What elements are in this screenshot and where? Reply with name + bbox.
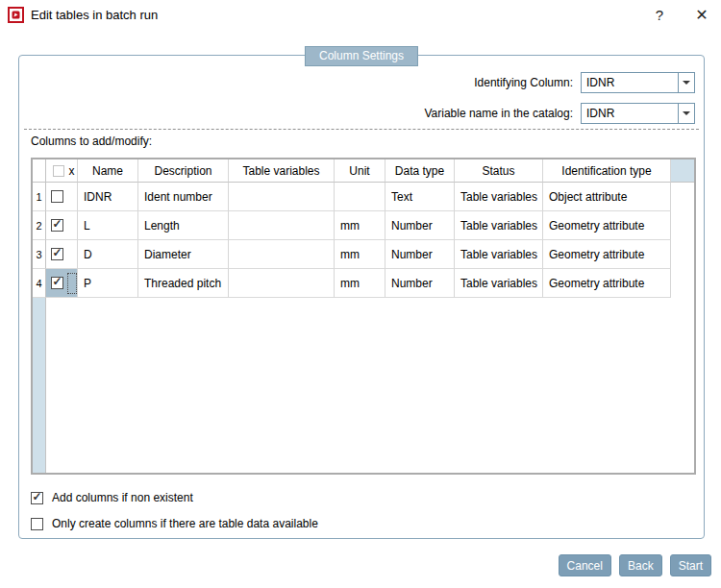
option-only-create: Only create columns if there are table d…	[31, 516, 318, 531]
cell-name[interactable]: P	[78, 269, 138, 298]
header-cell-table-variables[interactable]: Table variables	[229, 159, 335, 183]
header-cell-unit[interactable]: Unit	[335, 159, 385, 183]
cell-status[interactable]: Table variables	[455, 269, 543, 298]
chevron-down-icon[interactable]	[678, 104, 694, 123]
table-row: 1 IDNR Ident number Text Table variables…	[33, 183, 694, 211]
cell-table-variables[interactable]	[229, 269, 335, 298]
identifying-column-value: IDNR	[582, 73, 678, 92]
row-checkbox[interactable]	[51, 190, 63, 203]
cell-unit[interactable]: mm	[335, 240, 385, 269]
header-cell-check[interactable]: x	[46, 159, 78, 183]
catalog-variable-value: IDNR	[582, 104, 678, 123]
row-checkbox[interactable]	[51, 248, 63, 260]
option-label: Only create columns if there are table d…	[52, 517, 318, 530]
cell-check[interactable]	[46, 240, 78, 269]
cell-name[interactable]: D	[78, 240, 138, 269]
row-number[interactable]: 4	[33, 269, 46, 298]
cell-check[interactable]	[46, 269, 78, 298]
row-number[interactable]: 2	[33, 211, 46, 240]
help-button[interactable]: ?	[650, 5, 669, 26]
close-button[interactable]: ✕	[690, 4, 713, 27]
window-title: Edit tables in batch run	[31, 8, 158, 22]
header-cell-status[interactable]: Status	[455, 159, 543, 183]
identifying-column-row: Identifying Column: IDNR	[474, 72, 695, 93]
cell-focus-indicator	[67, 273, 77, 294]
option-checkbox[interactable]	[31, 492, 43, 504]
cell-unit[interactable]: mm	[335, 211, 385, 240]
header-filler-cell	[671, 159, 694, 183]
cell-check[interactable]	[46, 211, 78, 240]
header-cell-identification-type[interactable]: Identification type	[543, 159, 671, 183]
cell-data-type[interactable]: Number	[385, 240, 455, 269]
row-checkbox[interactable]	[51, 219, 63, 232]
table-row: 4 P Threaded pitch mm Number Table varia…	[33, 269, 694, 298]
table-row: 3 D Diameter mm Number Table variables G…	[33, 240, 694, 269]
cell-unit[interactable]: mm	[335, 269, 385, 298]
catalog-variable-combobox[interactable]: IDNR	[581, 103, 695, 124]
cell-unit[interactable]	[335, 183, 385, 211]
app-logo-icon	[8, 7, 24, 23]
columns-table: x Name Description Table variables Unit …	[31, 158, 696, 475]
row-number[interactable]: 3	[33, 240, 46, 269]
cell-description[interactable]: Length	[138, 211, 229, 240]
title-bar: Edit tables in batch run ? ✕	[0, 0, 721, 31]
cell-status[interactable]: Table variables	[455, 211, 543, 240]
cell-name[interactable]: L	[78, 211, 138, 240]
identifying-column-label: Identifying Column:	[474, 76, 573, 89]
cell-name[interactable]: IDNR	[78, 183, 138, 211]
table-header-row: x Name Description Table variables Unit …	[33, 159, 694, 183]
option-add-columns: Add columns if non existent	[31, 490, 193, 505]
cell-identification-type[interactable]: Geometry attribute	[543, 211, 671, 240]
cell-status[interactable]: Table variables	[455, 240, 543, 269]
groupbox-title: Column Settings	[305, 46, 418, 66]
cell-description[interactable]: Ident number	[138, 183, 229, 211]
catalog-variable-row: Variable name in the catalog: IDNR	[424, 103, 695, 124]
header-cell-description[interactable]: Description	[138, 159, 229, 183]
chevron-down-icon[interactable]	[678, 73, 694, 92]
start-button[interactable]: Start	[670, 554, 711, 576]
cell-data-type[interactable]: Number	[385, 269, 455, 298]
table-body: 1 IDNR Ident number Text Table variables…	[33, 183, 694, 298]
column-settings-groupbox: Column Settings Identifying Column: IDNR…	[18, 55, 705, 539]
header-checkbox[interactable]	[53, 165, 64, 177]
option-checkbox[interactable]	[31, 518, 43, 530]
cell-table-variables[interactable]	[229, 240, 335, 269]
cell-table-variables[interactable]	[229, 183, 335, 211]
cell-status[interactable]: Table variables	[455, 183, 543, 211]
cancel-button[interactable]: Cancel	[559, 554, 611, 576]
divider	[24, 129, 699, 130]
table-row: 2 L Length mm Number Table variables Geo…	[33, 211, 694, 240]
header-cell-data-type[interactable]: Data type	[385, 159, 455, 183]
back-button[interactable]: Back	[619, 554, 662, 576]
catalog-variable-label: Variable name in the catalog:	[424, 107, 573, 120]
identifying-column-combobox[interactable]: IDNR	[581, 72, 695, 93]
footer-button-bar: Cancel Back Start	[559, 554, 711, 576]
row-number[interactable]: 1	[33, 183, 46, 211]
row-checkbox[interactable]	[51, 277, 63, 289]
table-empty-area	[33, 298, 694, 473]
cell-description[interactable]: Threaded pitch	[138, 269, 229, 298]
cell-data-type[interactable]: Text	[385, 183, 455, 211]
option-label: Add columns if non existent	[52, 491, 193, 504]
header-cell-name[interactable]: Name	[78, 159, 138, 183]
row-header-filler	[33, 298, 46, 473]
table-caption: Columns to add/modify:	[31, 135, 152, 148]
cell-table-variables[interactable]	[229, 211, 335, 240]
cell-check[interactable]	[46, 183, 78, 211]
cell-identification-type[interactable]: Object attribute	[543, 183, 671, 211]
cell-data-type[interactable]: Number	[385, 211, 455, 240]
cell-identification-type[interactable]: Geometry attribute	[543, 240, 671, 269]
corner-header-cell[interactable]	[33, 159, 46, 183]
cell-identification-type[interactable]: Geometry attribute	[543, 269, 671, 298]
header-label-x: x	[69, 164, 75, 178]
cell-description[interactable]: Diameter	[138, 240, 229, 269]
